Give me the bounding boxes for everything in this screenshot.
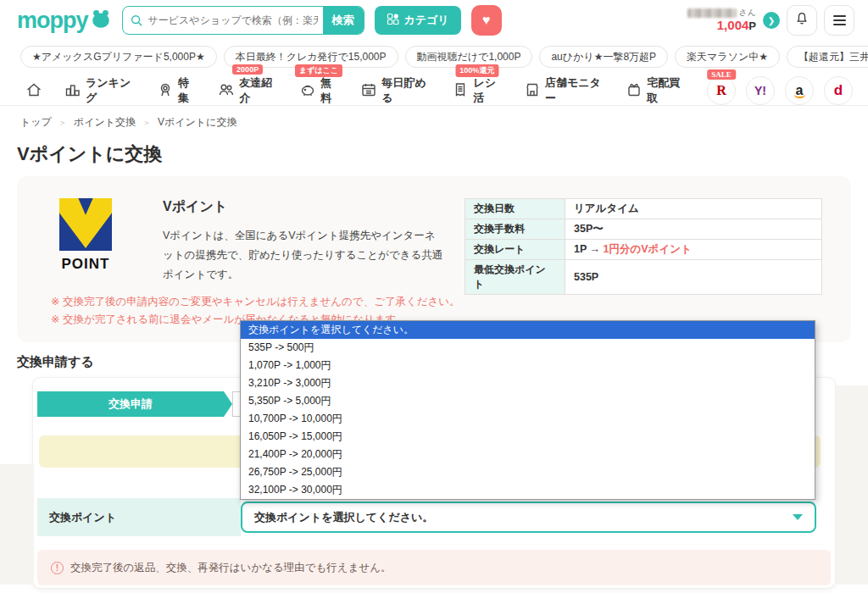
table-row: 最低交換ポイント 535P: [465, 260, 822, 295]
dropdown-option[interactable]: 535P -> 500円: [241, 339, 815, 357]
breadcrumb: トップ ＞ ポイント交換 ＞ Vポイントに交換: [0, 106, 868, 130]
moppy-logo[interactable]: moppy: [17, 8, 112, 34]
spec-value: 35P〜: [565, 219, 822, 240]
nav-item-ranking[interactable]: ランキング: [64, 75, 135, 106]
nav-badge: 2000P: [232, 64, 263, 75]
header: moppy 検索 カテゴリ ♥ さん 1,004P ❯: [0, 0, 868, 41]
dropdown-option[interactable]: 3,210P -> 3,000円: [241, 374, 815, 392]
nav-item-receipt[interactable]: 100%還元 レシ活: [452, 75, 502, 106]
nav-label: 無料: [320, 75, 338, 106]
dropdown-option[interactable]: 26,750P -> 25,000円: [241, 463, 815, 481]
nav-label: 店舗モニター: [545, 75, 604, 106]
brand-yahoo[interactable]: Y!: [746, 76, 775, 105]
nav-item-referral[interactable]: 2000P 友達紹介: [218, 75, 277, 106]
chevron-separator-icon: ＞: [58, 117, 67, 129]
search-button[interactable]: 検索: [323, 6, 364, 35]
dropdown-option[interactable]: 5,350P -> 5,000円: [241, 392, 815, 410]
spec-label: 交換レート: [465, 240, 565, 260]
store-icon: [524, 81, 541, 101]
menu-button[interactable]: [824, 5, 854, 36]
campaign-ticker: ★アメックスGプリファード5,000P★ 本日最終！クレカ発行で15,000P …: [0, 41, 868, 73]
spec-label: 交換手数料: [465, 219, 565, 240]
step-apply-tab[interactable]: 交換申請: [37, 391, 224, 417]
nav-item-delivery-buyback[interactable]: 宅配買取: [626, 75, 685, 106]
nav-item-features[interactable]: 特集: [157, 75, 196, 106]
dropdown-option[interactable]: 32,100P -> 30,000円: [241, 481, 815, 499]
spec-label: 最低交換ポイント: [465, 260, 565, 295]
exclamation-circle-icon: !: [51, 562, 64, 574]
breadcrumb-current: Vポイントに交換: [158, 115, 236, 130]
category-button-label: カテゴリ: [404, 13, 449, 28]
search-icon: [130, 14, 143, 27]
sale-badge: SALE: [707, 69, 736, 80]
warning-box: ! 交換完了後の返品、交換、再発行はいかなる理由でも行えません。: [37, 550, 831, 585]
breadcrumb-point-exchange[interactable]: ポイント交換: [74, 115, 136, 130]
points-detail-arrow[interactable]: ❯: [763, 12, 780, 29]
breadcrumb-home[interactable]: トップ: [20, 115, 52, 130]
spec-value: 1P → 1円分のVポイント: [565, 240, 822, 260]
brand-dpoint[interactable]: d: [824, 76, 853, 105]
page-background-gutter: [836, 385, 868, 585]
dropdown-option[interactable]: 21,400P -> 20,000円: [241, 446, 815, 463]
username-suffix: さん: [739, 8, 756, 18]
points-value: 1,004: [717, 18, 749, 32]
heart-icon: ♥: [482, 13, 491, 27]
nav-label: 友達紹介: [239, 75, 277, 106]
nav-label: 宅配買取: [647, 75, 685, 106]
nav-item-daily[interactable]: 毎日貯める: [360, 75, 430, 106]
spec-label: 交換日数: [465, 199, 565, 219]
main-nav: ランキング 特集 2000P 友達紹介 まずはここ 無料 毎日貯める 100%還…: [0, 73, 868, 106]
exchange-point-row: 交換ポイント 交換ポイントを選択してください。: [37, 498, 831, 536]
ticker-chip[interactable]: ★アメックスGプリファード5,000P★: [20, 46, 217, 68]
people-icon: [218, 81, 235, 101]
table-row: 交換レート 1P → 1円分のVポイント: [465, 240, 822, 260]
bell-icon: [794, 11, 810, 30]
notifications-button[interactable]: [787, 5, 817, 36]
nav-item-home[interactable]: [25, 81, 42, 101]
dpoint-icon: d: [834, 82, 843, 99]
search-input[interactable]: [143, 14, 323, 26]
note-line: ※ 交換完了後の申請内容のご変更やキャンセルは行えませんので、ご了承ください。: [51, 293, 851, 311]
spec-value: 535P: [565, 260, 822, 295]
nav-label: ランキング: [86, 75, 135, 106]
dropdown-option[interactable]: 1,070P -> 1,000円: [241, 357, 815, 374]
table-row: 交換日数 リアルタイム: [465, 199, 822, 219]
step-arrow-icon: [224, 391, 232, 417]
hamburger-icon: [833, 13, 846, 28]
ranking-icon: [64, 81, 81, 101]
receipt-icon: [452, 81, 469, 101]
spec-value: リアルタイム: [565, 199, 822, 219]
points-unit: P: [748, 19, 756, 32]
ticker-chip[interactable]: 楽天マラソン中★: [675, 46, 780, 68]
ticker-chip[interactable]: 【超還元】三井住友カード: [787, 46, 868, 68]
brand-shortcuts: SALE R Y! a d: [707, 76, 853, 105]
dropdown-option[interactable]: 10,700P -> 10,000円: [241, 410, 815, 428]
dropdown-option-placeholder[interactable]: 交換ポイントを選択してください。: [241, 321, 815, 339]
category-button[interactable]: カテゴリ: [375, 6, 461, 35]
vpoint-logo-word: POINT: [58, 256, 114, 273]
ticker-chip[interactable]: auひかり★一撃8万超P: [539, 46, 668, 68]
nav-item-free[interactable]: まずはここ 無料: [299, 75, 338, 106]
user-points-summary[interactable]: さん 1,004P: [687, 8, 756, 32]
exchange-destination-name: Vポイント: [163, 198, 444, 216]
nav-item-store-monitor[interactable]: 店舗モニター: [524, 75, 604, 106]
favorites-button[interactable]: ♥: [471, 5, 502, 36]
select-value: 交換ポイントを選択してください。: [254, 510, 433, 525]
brand-rakuten[interactable]: SALE R: [707, 76, 736, 105]
dropdown-option[interactable]: 16,050P -> 15,000円: [241, 428, 815, 446]
exchange-spec-table: 交換日数 リアルタイム 交換手数料 35P〜 交換レート 1P → 1円分のVポ…: [465, 198, 822, 295]
rakuten-r-icon: R: [716, 83, 726, 98]
piggy-bank-icon: [299, 81, 316, 101]
username-blurred: [687, 8, 737, 18]
exchange-destination-description: Vポイントは、全国にあるVポイント提携先やインターネットの提携先で、貯めたり使っ…: [163, 226, 444, 285]
grid-icon: [387, 13, 399, 28]
brand-amazon[interactable]: a: [785, 76, 814, 105]
nav-badge: 100%還元: [455, 64, 498, 77]
exchange-point-select[interactable]: 交換ポイントを選択してください。: [241, 502, 816, 533]
calendar-icon: [360, 81, 377, 101]
vpoint-logo: POINT: [58, 198, 114, 285]
exchange-point-label: 交換ポイント: [37, 498, 241, 536]
warning-text: 交換完了後の返品、交換、再発行はいかなる理由でも行えません。: [70, 561, 392, 575]
vpoint-logo-icon: [59, 198, 112, 251]
chevron-separator-icon: ＞: [142, 117, 151, 129]
